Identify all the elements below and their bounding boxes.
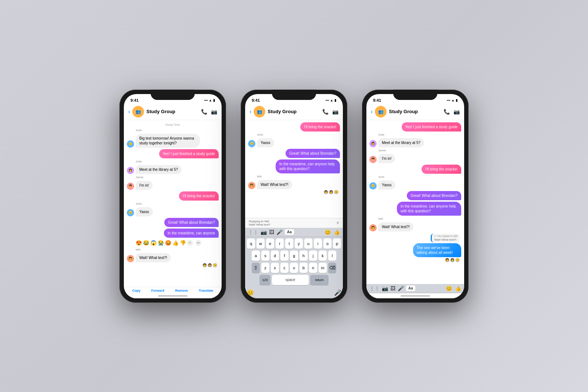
translate-button[interactable]: Translate <box>199 289 214 292</box>
video-call-icon-3[interactable]: 📷 <box>453 109 460 115</box>
key-j[interactable]: j <box>309 251 317 261</box>
react-love[interactable]: 😍 <box>136 240 142 246</box>
react-angry[interactable]: 😡 <box>165 240 171 246</box>
key-r[interactable]: r <box>276 238 284 249</box>
key-g[interactable]: g <box>290 251 298 261</box>
key-f[interactable]: f <box>280 251 288 261</box>
copy-button[interactable]: Copy <box>132 289 141 292</box>
reaction-add-1[interactable]: + <box>187 240 193 246</box>
key-v[interactable]: v <box>290 263 298 273</box>
key-shift[interactable]: ⇧ <box>252 263 260 273</box>
back-button-1[interactable]: ‹ <box>128 108 130 115</box>
sender-josh-2: Josh <box>257 133 340 136</box>
msg-row-jamie-1: 👦 I'm in! <box>127 181 219 190</box>
key-space[interactable]: space <box>272 275 309 285</box>
react-wow[interactable]: 😱 <box>150 240 157 246</box>
key-a[interactable]: a <box>252 251 260 261</box>
remove-button[interactable]: Remove <box>175 289 188 292</box>
key-q[interactable]: q <box>247 238 255 249</box>
msg-row-will-1: 🧑 Wait! What test?! <box>127 253 219 262</box>
camera-icon-2[interactable]: 📷 <box>261 229 267 235</box>
key-z[interactable]: z <box>261 263 269 273</box>
bubble-yasss-3: Yasss <box>378 180 395 190</box>
key-k[interactable]: k <box>319 251 327 261</box>
key-n[interactable]: n <box>309 263 317 273</box>
delivered-row-1: 🧑 👩 😐 <box>127 263 219 267</box>
avatar-julia-3: 👩 <box>369 140 377 147</box>
bubble-brendan-1: Great! What about Brendan? <box>164 218 219 227</box>
mic-icon-2[interactable]: 🎤 <box>276 229 283 235</box>
bubble-julia-1: Meet at the library at 5? <box>136 165 182 174</box>
back-button-3[interactable]: ‹ <box>371 108 373 115</box>
back-button-2[interactable]: ‹ <box>250 108 251 115</box>
mic-bottom-icon[interactable]: 🎤 <box>334 289 341 296</box>
key-delete[interactable]: ⌫ <box>328 263 336 273</box>
photo-icon-2[interactable]: 🖼 <box>269 229 274 235</box>
bubble-snacks-1: I'll bring the snacks! <box>179 191 219 201</box>
del-av-2-3: 😐 <box>334 190 338 194</box>
battery-icon: ▮ <box>213 98 215 102</box>
reply-bar-2: Replying to Will Wait! What test? ✕ <box>245 218 343 228</box>
msg-meantime-2: In the meantime, can anyone help with th… <box>248 159 340 173</box>
screen-3: 9:41 ▪▪▪ ▲ ▮ ‹ 👥 Study Group 📞 📷 <box>366 94 464 298</box>
del-av-2: 👩 <box>208 263 212 267</box>
key-s[interactable]: s <box>261 251 269 261</box>
key-h[interactable]: h <box>300 251 308 261</box>
react-laugh[interactable]: 😂 <box>143 240 149 246</box>
key-c[interactable]: c <box>280 263 288 273</box>
phone-call-icon-3[interactable]: 📞 <box>444 109 450 115</box>
emoji-face-icon[interactable]: 😊 <box>247 289 254 296</box>
close-reply-button[interactable]: ✕ <box>336 221 339 225</box>
avatar-josh-2: 😐 <box>248 140 255 147</box>
msg-row-snacks-1: I'll bring the snacks! <box>127 191 219 201</box>
key-o[interactable]: o <box>323 238 331 249</box>
emoji-button-3[interactable]: 😊 <box>446 285 452 291</box>
phones-container: 9:41 ▪▪▪ ▲ ▮ ‹ 👥 Study Group 📞 📷 <box>119 90 469 303</box>
key-x[interactable]: x <box>271 263 279 273</box>
bubble-snacks-3: I'll bring the snacks! <box>422 165 461 174</box>
kb-row-4: 123 space return <box>246 275 342 285</box>
react-like[interactable]: 👍 <box>172 240 179 246</box>
replying-to-label: Replying to Will <box>249 220 270 223</box>
key-123[interactable]: 123 <box>259 275 270 285</box>
key-p[interactable]: p <box>333 238 341 249</box>
key-return[interactable]: return <box>310 275 329 285</box>
reaction-reply-1[interactable]: ↩ <box>196 240 201 246</box>
video-call-icon-2[interactable]: 📷 <box>332 109 338 115</box>
bubble-will-1: Wait! What test?! <box>136 253 171 262</box>
emoji-button-2[interactable]: 😊 <box>325 229 331 235</box>
key-d[interactable]: d <box>271 251 279 261</box>
phone-call-icon-1[interactable]: 📞 <box>201 109 207 115</box>
sender-jamie-3: Jamie <box>378 149 461 152</box>
text-format-button[interactable]: Aa <box>285 229 294 235</box>
apps-icon-3[interactable]: ⋮⋮ <box>369 285 380 291</box>
photo-icon-3[interactable]: 🖼 <box>390 285 395 291</box>
forward-button[interactable]: Forward <box>151 289 165 292</box>
key-w[interactable]: w <box>257 238 265 249</box>
key-m[interactable]: m <box>319 263 327 273</box>
signal-icon-2: ▪▪▪ <box>326 98 329 102</box>
home-indicator-1 <box>158 295 187 296</box>
key-t[interactable]: t <box>285 238 293 249</box>
del-av-3: 😐 <box>213 263 217 267</box>
key-i[interactable]: i <box>314 238 322 249</box>
key-b[interactable]: b <box>300 263 308 273</box>
react-dislike[interactable]: 👎 <box>180 240 186 246</box>
msg-meantime-3: In the meantime, can anyone help with th… <box>369 202 461 216</box>
wifi-icon: ▲ <box>209 98 212 102</box>
video-call-icon-1[interactable]: 📷 <box>211 109 217 115</box>
phone-call-icon-2[interactable]: 📞 <box>322 109 329 115</box>
apps-icon-2[interactable]: ⋮⋮ <box>248 229 258 235</box>
camera-icon-3[interactable]: 📷 <box>382 285 388 291</box>
like-button-2[interactable]: 👍 <box>334 229 340 235</box>
bubble-brendan-2: Great! What about Brendan? <box>286 149 340 158</box>
like-button-3[interactable]: 👍 <box>455 285 461 291</box>
key-u[interactable]: u <box>304 238 312 249</box>
mic-icon-3[interactable]: 🎤 <box>398 285 404 291</box>
react-cry[interactable]: 😭 <box>158 240 164 246</box>
chat-title-2: Study Group <box>268 109 320 114</box>
key-e[interactable]: e <box>266 238 274 249</box>
key-y[interactable]: y <box>295 238 303 249</box>
text-format-button-3[interactable]: Aa <box>406 285 415 291</box>
key-l[interactable]: l <box>328 251 336 261</box>
